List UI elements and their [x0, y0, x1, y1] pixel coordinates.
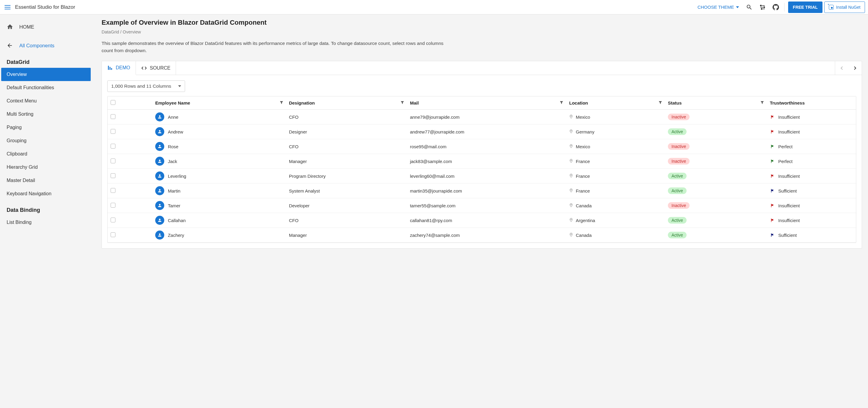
row-checkbox[interactable]: [111, 218, 116, 222]
trust-text: Perfect: [778, 159, 793, 164]
prev-sample-button[interactable]: [835, 61, 848, 75]
row-checkbox[interactable]: [111, 158, 116, 163]
sidebar-item-default-functionalities[interactable]: Default Functionalities: [0, 81, 92, 94]
location-text: France: [576, 188, 590, 193]
install-nuget-label: Install NuGet: [836, 5, 861, 10]
filter-button-status[interactable]: [760, 100, 764, 105]
column-header-checkbox[interactable]: [107, 96, 152, 110]
tab-demo[interactable]: DEMO: [102, 61, 136, 75]
row-checkbox[interactable]: [111, 144, 116, 149]
sidebar-item-keyboard-navigation[interactable]: Keyboard Navigation: [0, 187, 92, 200]
column-header-status[interactable]: Status: [665, 96, 767, 110]
app-header: Essential Studio for Blazor CHOOSE THEME…: [0, 0, 868, 14]
filter-icon: [279, 100, 284, 104]
col-label: Trustworthiness: [770, 100, 805, 105]
table-row[interactable]: TamerDevelopertamer55@sample.comCanadaIn…: [107, 198, 856, 213]
tab-source[interactable]: SOURCE: [136, 61, 176, 75]
next-sample-button[interactable]: [848, 61, 862, 75]
filter-button-employee[interactable]: [279, 100, 284, 105]
chevron-down-icon: [736, 6, 739, 8]
sidebar-home[interactable]: HOME: [0, 20, 92, 34]
sidebar-item-multi-sorting[interactable]: Multi Sorting: [0, 107, 92, 121]
sidebar-item-list-binding[interactable]: List Binding: [0, 216, 92, 229]
table-row[interactable]: RoseCFOrose95@mail.comMexicoInactivePerf…: [107, 139, 856, 154]
table-row[interactable]: ZacheryManagerzachery74@sample.comCanada…: [107, 228, 856, 243]
dropdown-value: 1,000 Rows and 11 Columns: [111, 84, 171, 89]
designation-ccell: Developer: [286, 198, 407, 213]
select-all-checkbox[interactable]: [111, 100, 116, 105]
location-text: Mexico: [576, 115, 590, 120]
divider: [784, 3, 784, 11]
designation-ccell: CFO: [286, 139, 407, 154]
column-header-trust[interactable]: Trustworthiness: [767, 96, 856, 110]
home-icon: [7, 24, 13, 30]
location-pin-icon: [569, 114, 573, 120]
trust-text: Insufficient: [778, 203, 800, 208]
flag-icon: [770, 188, 775, 193]
column-header-designation[interactable]: Designation: [286, 96, 407, 110]
settings-button[interactable]: [756, 0, 769, 14]
sidebar-item-context-menu[interactable]: Context Menu: [0, 94, 92, 107]
row-checkbox[interactable]: [111, 203, 116, 208]
sidebar-item-grouping[interactable]: Grouping: [0, 134, 92, 147]
svg-point-9: [571, 116, 572, 116]
filter-button-mail[interactable]: [559, 100, 564, 105]
employee-name: Anne: [168, 115, 179, 120]
rows-columns-dropdown[interactable]: 1,000 Rows and 11 Columns: [107, 81, 185, 92]
filter-icon: [760, 100, 764, 104]
mail-cell: jack83@sample.com: [407, 154, 566, 169]
svg-rect-3: [762, 5, 765, 6]
sidebar-section-datagrid: DataGrid: [0, 53, 92, 68]
location-pin-icon: [569, 188, 573, 194]
mail-cell: anne79@jourrapide.com: [407, 110, 566, 124]
table-row[interactable]: LeverlingProgram Directoryleverling60@ma…: [107, 169, 856, 184]
flag-icon: [770, 218, 775, 223]
column-header-employee[interactable]: Employee Name: [152, 96, 286, 110]
row-checkbox[interactable]: [111, 114, 116, 119]
designation-ccell: System Analyst: [286, 184, 407, 198]
table-row[interactable]: AndrewDesignerandrew77@jourrapide.comGer…: [107, 124, 856, 139]
sidebar-all-components-label: All Components: [19, 43, 54, 49]
employee-name: Leverling: [168, 174, 186, 179]
install-nuget-button[interactable]: Install NuGet: [824, 1, 865, 13]
trust-text: Insufficient: [778, 218, 800, 223]
search-button[interactable]: [743, 0, 756, 14]
free-trial-button[interactable]: FREE TRIAL: [788, 1, 823, 13]
table-row[interactable]: CallahanCFOcallahan81@rpy.comArgentinaAc…: [107, 213, 856, 228]
status-badge: Inactive: [668, 202, 689, 209]
choose-theme-button[interactable]: CHOOSE THEME: [694, 0, 742, 14]
row-checkbox[interactable]: [111, 173, 116, 178]
sidebar-item-overview[interactable]: Overview: [1, 68, 91, 81]
tab-source-label: SOURCE: [150, 65, 170, 71]
employee-name: Zachery: [168, 232, 184, 238]
table-row[interactable]: JackManagerjack83@sample.comFranceInacti…: [107, 154, 856, 169]
table-row[interactable]: MartinSystem Analystmartin35@jourrapide.…: [107, 184, 856, 198]
filter-button-designation[interactable]: [400, 100, 404, 105]
column-header-location[interactable]: Location: [566, 96, 665, 110]
mail-cell: martin35@jourrapide.com: [407, 184, 566, 198]
row-checkbox[interactable]: [111, 232, 116, 237]
filter-button-location[interactable]: [658, 100, 662, 105]
sidebar-item-hierarchy-grid[interactable]: Hierarchy Grid: [0, 161, 92, 174]
col-label: Designation: [289, 100, 315, 105]
designation-ccell: CFO: [286, 110, 407, 124]
svg-rect-7: [110, 67, 111, 70]
sidebar-all-components[interactable]: All Components: [0, 38, 92, 53]
flag-icon: [770, 232, 775, 238]
sidebar-item-paging[interactable]: Paging: [0, 121, 92, 134]
filter-icon: [658, 100, 662, 104]
mail-cell: callahan81@rpy.com: [407, 213, 566, 228]
menu-toggle-button[interactable]: [0, 0, 15, 14]
code-icon: [141, 65, 147, 71]
flag-icon: [770, 129, 775, 134]
mail-cell: zachery74@sample.com: [407, 228, 566, 243]
github-link[interactable]: [769, 0, 782, 14]
column-header-mail[interactable]: Mail: [407, 96, 566, 110]
row-checkbox[interactable]: [111, 188, 116, 193]
row-checkbox[interactable]: [111, 129, 116, 134]
sidebar-item-master-detail[interactable]: Master Detail: [0, 174, 92, 187]
sidebar-item-clipboard[interactable]: Clipboard: [0, 147, 92, 161]
page-title: Example of Overview in Blazor DataGrid C…: [92, 18, 868, 28]
table-row[interactable]: AnneCFOanne79@jourrapide.comMexicoInacti…: [107, 110, 856, 124]
svg-rect-5: [763, 8, 765, 9]
